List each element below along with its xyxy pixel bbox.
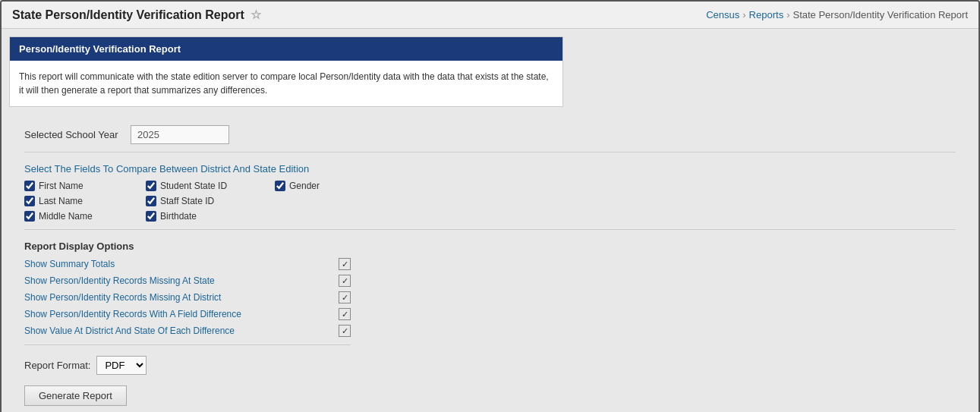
- option-value-at-each: Show Value At District And State Of Each…: [24, 325, 351, 337]
- report-description: This report will communicate with the st…: [19, 71, 549, 96]
- checkbox-gender[interactable]: [275, 181, 285, 191]
- checkbox-summary-totals[interactable]: [339, 258, 351, 270]
- checkbox-value-at-each[interactable]: [339, 325, 351, 337]
- report-panel-header: Person/Identity Verification Report: [10, 37, 562, 61]
- breadcrumb-sep-1: ›: [742, 9, 745, 20]
- fields-grid: First Name Student State ID Gender Last …: [24, 181, 956, 222]
- field-middle-name-label: Middle Name: [39, 211, 93, 222]
- checkbox-student-state-id[interactable]: [146, 181, 156, 191]
- school-year-input[interactable]: [131, 125, 229, 144]
- option-missing-at-state-label: Show Person/Identity Records Missing At …: [24, 275, 339, 286]
- field-gender: Gender: [275, 181, 366, 191]
- option-missing-at-district-label: Show Person/Identity Records Missing At …: [24, 292, 339, 303]
- field-student-state-id: Student State ID: [146, 181, 275, 191]
- breadcrumb-current: State Person/Identity Verification Repor…: [793, 9, 968, 20]
- title-bar: State Person/Identity Verification Repor…: [2, 2, 978, 29]
- report-panel-body: This report will communicate with the st…: [10, 61, 562, 106]
- field-staff-state-id-label: Staff State ID: [160, 196, 214, 206]
- checkbox-birthdate[interactable]: [146, 211, 156, 222]
- option-value-at-each-label: Show Value At District And State Of Each…: [24, 326, 339, 336]
- field-gender-label: Gender: [289, 181, 320, 191]
- page-title: State Person/Identity Verification Repor…: [12, 8, 244, 22]
- field-staff-state-id: Staff State ID: [146, 196, 275, 206]
- option-field-difference-label: Show Person/Identity Records With A Fiel…: [24, 309, 339, 319]
- main-window: State Person/Identity Verification Repor…: [0, 0, 980, 412]
- field-middle-name: Middle Name: [24, 211, 146, 222]
- divider-2: [24, 344, 351, 345]
- report-panel: Person/Identity Verification Report This…: [9, 36, 563, 107]
- breadcrumb-reports[interactable]: Reports: [749, 9, 784, 20]
- school-year-input-wrapper: [131, 125, 229, 144]
- option-missing-at-state: Show Person/Identity Records Missing At …: [24, 275, 351, 287]
- field-first-name: First Name: [24, 181, 146, 191]
- display-options-section: Report Display Options Show Summary Tota…: [24, 241, 956, 337]
- content-area: Person/Identity Verification Report This…: [2, 36, 978, 412]
- generate-report-button[interactable]: Generate Report: [24, 385, 127, 406]
- breadcrumb-sep-2: ›: [786, 9, 789, 20]
- option-field-difference: Show Person/Identity Records With A Fiel…: [24, 308, 351, 320]
- star-icon[interactable]: ☆: [251, 8, 261, 22]
- option-summary-totals-label: Show Summary Totals: [24, 259, 339, 269]
- fields-title: Select The Fields To Compare Between Dis…: [24, 163, 956, 175]
- option-missing-at-district: Show Person/Identity Records Missing At …: [24, 291, 351, 303]
- fields-section: Select The Fields To Compare Between Dis…: [24, 163, 956, 222]
- school-year-label: Selected School Year: [24, 129, 131, 140]
- format-select[interactable]: PDF CSV Excel: [96, 356, 147, 375]
- divider-1: [24, 229, 956, 230]
- option-summary-totals: Show Summary Totals: [24, 258, 351, 270]
- display-options-title: Report Display Options: [24, 241, 956, 252]
- field-last-name: Last Name: [24, 196, 146, 206]
- checkbox-first-name[interactable]: [24, 181, 35, 191]
- checkbox-missing-at-district[interactable]: [339, 291, 351, 303]
- format-label: Report Format:: [24, 360, 90, 371]
- checkbox-staff-state-id[interactable]: [146, 196, 156, 206]
- field-first-name-label: First Name: [39, 181, 84, 191]
- title-bar-left: State Person/Identity Verification Repor…: [12, 8, 261, 22]
- checkbox-field-difference[interactable]: [339, 308, 351, 320]
- field-birthdate: Birthdate: [146, 211, 275, 222]
- breadcrumb: Census › Reports › State Person/Identity…: [706, 9, 968, 20]
- field-empty-1: [275, 196, 366, 206]
- breadcrumb-census[interactable]: Census: [706, 9, 739, 20]
- form-section: Selected School Year Select The Fields T…: [2, 115, 978, 412]
- field-birthdate-label: Birthdate: [160, 211, 197, 222]
- format-row: Report Format: PDF CSV Excel: [24, 356, 956, 375]
- checkbox-missing-at-state[interactable]: [339, 275, 351, 287]
- checkbox-last-name[interactable]: [24, 196, 35, 206]
- checkbox-middle-name[interactable]: [24, 211, 35, 222]
- field-last-name-label: Last Name: [39, 196, 83, 206]
- school-year-row: Selected School Year: [24, 125, 956, 153]
- field-student-state-id-label: Student State ID: [160, 181, 227, 191]
